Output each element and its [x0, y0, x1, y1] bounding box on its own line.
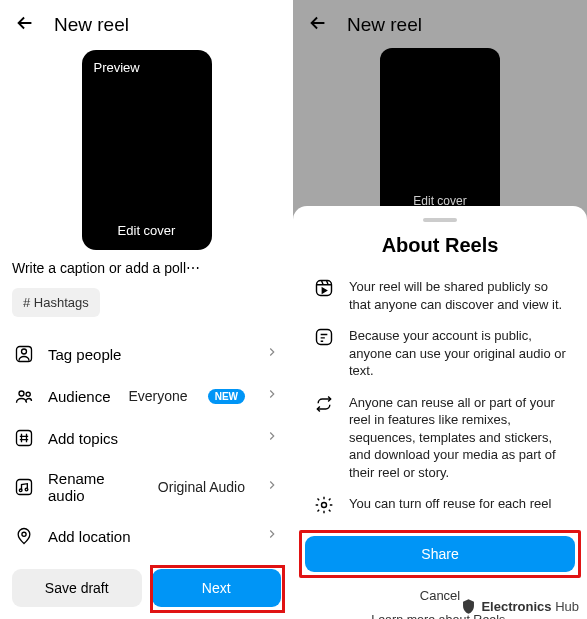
svg-rect-4	[17, 431, 32, 446]
about-text: Because your account is public, anyone c…	[349, 327, 567, 380]
header: New reel	[293, 0, 587, 46]
preview-label: Preview	[94, 60, 140, 75]
chevron-right-icon	[265, 345, 279, 363]
option-value: Everyone	[129, 388, 188, 404]
share-button[interactable]: Share	[305, 536, 575, 572]
hash-icon	[14, 428, 34, 448]
svg-point-2	[19, 391, 24, 396]
chevron-right-icon	[265, 429, 279, 447]
chevron-right-icon	[265, 387, 279, 405]
svg-point-8	[22, 532, 26, 536]
new-badge: NEW	[208, 389, 245, 404]
reels-icon	[313, 278, 335, 300]
page-title: New reel	[54, 14, 129, 36]
reel-preview[interactable]: Preview Edit cover	[82, 50, 212, 250]
about-item: Anyone can reuse all or part of your ree…	[293, 387, 587, 489]
option-value: Original Audio	[158, 479, 245, 495]
gear-icon	[313, 495, 335, 517]
shield-icon	[461, 598, 476, 615]
about-text: Your reel will be shared publicly so tha…	[349, 278, 567, 313]
watermark: Electronics Hub	[461, 598, 579, 615]
save-draft-button[interactable]: Save draft	[12, 569, 142, 607]
about-text: Anyone can reuse all or part of your ree…	[349, 394, 567, 482]
bottom-bar: Save draft Next	[0, 559, 293, 619]
more-icon[interactable]: ⋯	[186, 260, 201, 276]
hashtags-button[interactable]: # Hashtags	[12, 288, 100, 317]
preview-container: Preview Edit cover	[0, 50, 293, 250]
person-icon	[14, 344, 34, 364]
next-button[interactable]: Next	[152, 569, 282, 607]
option-label: Add location	[48, 528, 251, 545]
back-arrow-icon[interactable]	[307, 12, 329, 38]
reel-preview: Edit cover	[380, 48, 500, 218]
svg-point-3	[26, 392, 30, 396]
option-audience[interactable]: Audience Everyone NEW	[0, 375, 293, 417]
svg-point-0	[22, 349, 27, 354]
bottom-sheet: About Reels Your reel will be shared pub…	[293, 206, 587, 619]
svg-rect-10	[317, 281, 332, 296]
highlight-box: Share	[299, 530, 581, 578]
option-add-location[interactable]: Add location	[0, 515, 293, 557]
svg-rect-5	[17, 480, 32, 495]
screen-new-reel: New reel Preview Edit cover Write a capt…	[0, 0, 293, 619]
option-rename-audio[interactable]: Rename audio Original Audio	[0, 459, 293, 515]
sheet-grabber[interactable]	[423, 218, 457, 222]
caption-input[interactable]: Write a caption or add a poll⋯	[0, 250, 293, 282]
option-label: Rename audio	[48, 470, 144, 504]
chevron-right-icon	[265, 478, 279, 496]
audio-text-icon	[313, 327, 335, 349]
svg-rect-11	[317, 330, 332, 345]
option-label: Add topics	[48, 430, 251, 447]
option-tag-people[interactable]: Tag people	[0, 333, 293, 375]
caption-placeholder: Write a caption or add a poll	[12, 260, 186, 276]
sheet-title: About Reels	[293, 234, 587, 257]
about-item: Your reel will be shared publicly so tha…	[293, 271, 587, 320]
people-icon	[14, 386, 34, 406]
back-arrow-icon[interactable]	[14, 12, 36, 38]
audio-icon	[14, 477, 34, 497]
svg-point-7	[25, 488, 28, 491]
about-text: You can turn off reuse for each reel	[349, 495, 551, 517]
about-item: You can turn off reuse for each reel	[293, 488, 587, 524]
edit-cover-button[interactable]: Edit cover	[82, 223, 212, 238]
about-item: Because your account is public, anyone c…	[293, 320, 587, 387]
option-label: Audience	[48, 388, 115, 405]
option-add-topics[interactable]: Add topics	[0, 417, 293, 459]
chevron-right-icon	[265, 527, 279, 545]
screen-about-reels: New reel Edit cover About Reels Your ree…	[293, 0, 587, 619]
location-icon	[14, 526, 34, 546]
page-title: New reel	[347, 14, 422, 36]
header: New reel	[0, 0, 293, 46]
remix-icon	[313, 394, 335, 416]
option-label: Tag people	[48, 346, 251, 363]
svg-point-6	[19, 489, 22, 492]
svg-point-12	[322, 503, 327, 508]
